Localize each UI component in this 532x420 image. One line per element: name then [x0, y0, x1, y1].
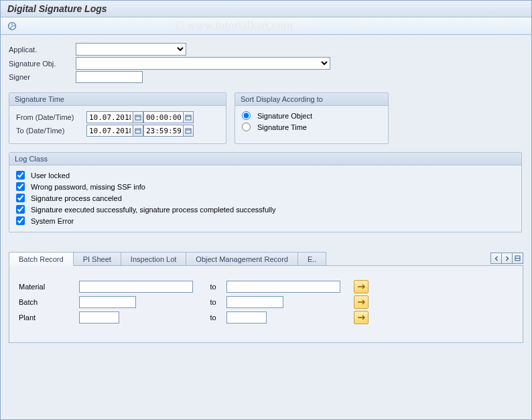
- to-time-picker-icon[interactable]: [183, 125, 194, 137]
- sort-radio-sigobj[interactable]: [242, 111, 251, 120]
- logclass-cb[interactable]: [16, 171, 25, 180]
- logclass-label: Signature process canceled: [31, 194, 122, 202]
- to-time-input[interactable]: [143, 125, 184, 137]
- tab-batch-record[interactable]: Batch Record: [9, 252, 74, 266]
- to-label: to: [200, 298, 226, 306]
- logclass-cb[interactable]: [16, 205, 25, 214]
- logclass-label: System Error: [31, 217, 74, 225]
- batch-multiselect-icon[interactable]: [354, 295, 369, 309]
- tab-pi-sheet[interactable]: PI Sheet: [73, 252, 121, 265]
- to-date-picker-icon[interactable]: [133, 125, 143, 137]
- to-date-input[interactable]: [86, 125, 133, 137]
- svg-rect-2: [135, 115, 141, 120]
- from-time-input[interactable]: [143, 111, 184, 123]
- svg-rect-8: [186, 129, 191, 133]
- svg-rect-4: [186, 115, 191, 120]
- sort-radio-sigtime[interactable]: [242, 123, 251, 131]
- from-date-input[interactable]: [86, 111, 133, 123]
- sig-obj-dropdown[interactable]: [76, 57, 330, 70]
- from-label: From (Date/Time): [16, 113, 86, 121]
- from-time-picker-icon[interactable]: [183, 111, 194, 123]
- from-date-picker-icon[interactable]: [133, 111, 143, 123]
- to-label: to: [200, 313, 226, 322]
- to-label: to: [200, 283, 226, 291]
- material-label: Material: [19, 283, 79, 291]
- batch-to-input[interactable]: [226, 296, 283, 308]
- tab-strip: Batch Record PI Sheet Inspection Lot Obj…: [9, 251, 523, 266]
- tab-area: Batch Record PI Sheet Inspection Lot Obj…: [9, 251, 523, 343]
- batch-from-input[interactable]: [79, 296, 136, 308]
- signer-label: Signer: [9, 73, 76, 81]
- batch-label: Batch: [19, 298, 79, 306]
- material-multiselect-icon[interactable]: [354, 280, 369, 293]
- signature-time-title: Signature Time: [9, 93, 226, 106]
- sig-obj-label: Signature Obj.: [9, 60, 76, 68]
- signature-time-box: Signature Time From (Date/Time) To (Date…: [9, 92, 226, 144]
- watermark: © www.tutorialkart.com: [175, 19, 293, 33]
- tab-object-mgmt-record[interactable]: Object Management Record: [186, 252, 298, 265]
- sort-opt-sigtime[interactable]: Signature Time: [242, 121, 381, 133]
- execute-icon[interactable]: [7, 21, 17, 31]
- logclass-label: Signature executed successfully, signatu…: [31, 206, 275, 214]
- plant-to-input[interactable]: [226, 311, 267, 324]
- tab-inspection-lot[interactable]: Inspection Lot: [121, 252, 187, 265]
- sort-box: Sort Display According to Signature Obje…: [235, 92, 389, 144]
- applicat-dropdown[interactable]: [76, 43, 186, 56]
- logclass-item-canceled[interactable]: Signature process canceled: [16, 192, 515, 204]
- svg-rect-6: [135, 129, 141, 133]
- tab-panel-batch-record: Material to Batch to Plant to: [9, 266, 523, 343]
- logclass-label: Wrong password, missing SSF info: [31, 183, 145, 191]
- signer-input[interactable]: [76, 71, 143, 83]
- plant-label: Plant: [19, 313, 79, 322]
- logclass-cb[interactable]: [16, 182, 25, 191]
- to-label: To (Date/Time): [16, 127, 86, 135]
- tab-scroll-left-icon[interactable]: [490, 253, 502, 264]
- material-from-input[interactable]: [79, 281, 193, 293]
- sort-opt-label: Signature Time: [257, 123, 307, 131]
- plant-from-input[interactable]: [79, 311, 119, 324]
- logclass-cb[interactable]: [16, 194, 25, 202]
- page-title: Digital Signature Logs: [1, 1, 531, 17]
- logclass-item-syserr[interactable]: System Error: [16, 215, 515, 226]
- content-area: Applicat. Signature Obj. Signer Signatur…: [1, 35, 531, 420]
- tab-more[interactable]: E..: [297, 252, 326, 265]
- toolbar: © www.tutorialkart.com: [1, 17, 531, 35]
- tab-list-icon[interactable]: [512, 253, 523, 264]
- applicat-label: Applicat.: [9, 46, 76, 54]
- logclass-item-userlocked[interactable]: User locked: [16, 169, 515, 181]
- sort-opt-sigobj[interactable]: Signature Object: [242, 110, 381, 121]
- logclass-cb[interactable]: [16, 216, 25, 225]
- plant-multiselect-icon[interactable]: [354, 311, 369, 324]
- sort-title: Sort Display According to: [235, 93, 388, 106]
- logclass-item-success[interactable]: Signature executed successfully, signatu…: [16, 204, 515, 215]
- tab-scroll-right-icon[interactable]: [501, 253, 513, 264]
- log-class-box: Log Class User locked Wrong password, mi…: [9, 152, 522, 232]
- log-class-title: Log Class: [9, 153, 521, 165]
- sort-opt-label: Signature Object: [257, 112, 312, 120]
- svg-point-1: [11, 25, 13, 27]
- tab-nav: [491, 253, 523, 265]
- material-to-input[interactable]: [226, 281, 340, 293]
- logclass-label: User locked: [31, 171, 70, 180]
- logclass-item-wrongpw[interactable]: Wrong password, missing SSF info: [16, 181, 515, 192]
